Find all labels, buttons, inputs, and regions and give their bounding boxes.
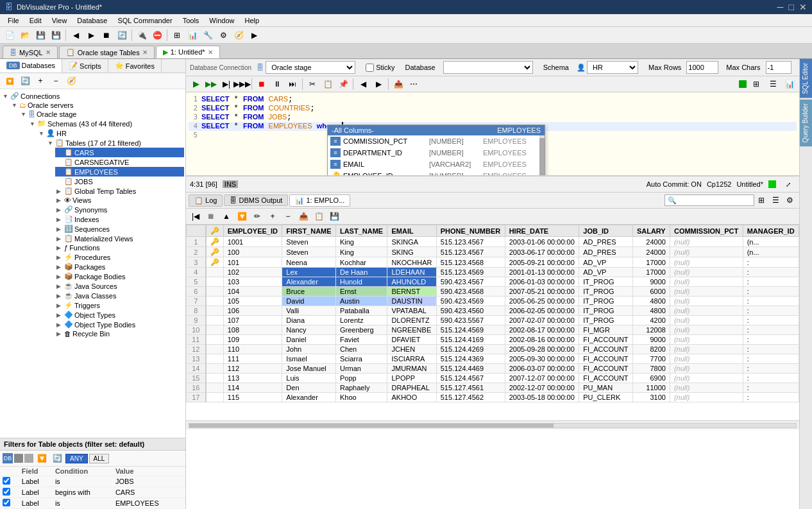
synonyms-row[interactable]: ▶ 🔗 Synonyms xyxy=(55,205,184,214)
tree-carsneg-row[interactable]: 📋 CARSNEGATIVE xyxy=(55,157,184,167)
disconnect-btn[interactable]: ⛔ xyxy=(150,29,164,42)
grid-view-list-btn[interactable]: ☰ xyxy=(768,194,782,207)
tree-expand-btn[interactable]: + xyxy=(33,74,47,87)
more-btn[interactable]: ⋯ xyxy=(407,78,421,91)
tree-collapse-btn[interactable]: − xyxy=(49,74,63,87)
result-filter-btn[interactable]: 🔽 xyxy=(235,210,249,223)
tree-nav-btn[interactable]: 🧭 xyxy=(64,74,78,87)
tree-jobs-row[interactable]: 📋 JOBS xyxy=(55,177,184,186)
log-tab[interactable]: 📋 Log xyxy=(189,194,223,207)
open-btn[interactable]: 📂 xyxy=(18,29,32,42)
procedures-row[interactable]: ▶ ⚡ Procedures xyxy=(55,252,184,262)
filter-cb-3[interactable] xyxy=(3,499,10,506)
grid-view-table-btn[interactable]: ⊞ xyxy=(754,194,768,207)
col-hire-date[interactable]: HIRE_DATE xyxy=(505,225,579,237)
matviews-row[interactable]: ▶ 📋 Materialized Views xyxy=(55,234,184,243)
chart-view-btn[interactable]: 📊 xyxy=(782,78,797,91)
menu-view[interactable]: View xyxy=(47,15,72,26)
filter-funnel-btn[interactable]: 🔽 xyxy=(35,452,49,465)
panel-tab-favorites[interactable]: ⭐ Favorites xyxy=(108,59,162,73)
export-btn[interactable]: 📤 xyxy=(391,78,405,91)
col-commission[interactable]: COMMISSION_PCT xyxy=(670,225,743,237)
grid-view-btn[interactable]: ⊞ xyxy=(749,78,763,91)
recycle-bin-row[interactable]: ▶ 🗑 Recycle Bin xyxy=(55,329,184,338)
menu-database[interactable]: Database xyxy=(72,15,112,26)
filter-icon-btn[interactable]: 🔧 xyxy=(201,29,215,42)
col-phone[interactable]: PHONE_NUMBER xyxy=(436,225,505,237)
oracle-stage-row[interactable]: ▼ 🗄 Oracle stage xyxy=(19,110,184,119)
col-pk[interactable]: 🔑 xyxy=(206,225,224,237)
panel-tab-scripts[interactable]: 📝 Scripts xyxy=(62,59,108,73)
menu-edit[interactable]: Edit xyxy=(24,15,47,26)
filter-gray-btn1[interactable] xyxy=(14,454,23,463)
filter-cb-2[interactable] xyxy=(3,488,10,496)
copy-btn[interactable]: 📋 xyxy=(321,78,335,91)
result-stop-btn[interactable]: ⏹ xyxy=(204,210,218,223)
col-last-name[interactable]: LAST_NAME xyxy=(335,225,387,237)
sequences-row[interactable]: ▶ 🔢 Sequences xyxy=(55,224,184,234)
package-bodies-row[interactable]: ▶ 📦 Package Bodies xyxy=(55,272,184,281)
result-copy-btn[interactable]: 📋 xyxy=(312,210,326,223)
grid-search-input[interactable] xyxy=(664,194,754,206)
maximize-result-btn[interactable]: ⤢ xyxy=(781,178,795,191)
minimize-btn[interactable]: ─ xyxy=(777,2,784,12)
run-btn[interactable]: ▶ xyxy=(189,78,203,91)
connection-dropdown[interactable]: Oracle stage xyxy=(266,61,355,74)
run-sel-btn[interactable]: ▶| xyxy=(219,78,233,91)
emp-tab[interactable]: 📊 1: EMPLO... xyxy=(289,194,350,207)
tree-filter-btn[interactable]: 🔽 xyxy=(3,74,17,87)
chart-btn[interactable]: 📊 xyxy=(185,29,199,42)
save-all-btn[interactable]: 💾 xyxy=(49,29,63,42)
schema-dropdown[interactable]: HR xyxy=(587,61,638,74)
refresh-btn[interactable]: 🔄 xyxy=(115,29,129,42)
data-grid[interactable]: 🔑 EMPLOYEE_ID FIRST_NAME LAST_NAME EMAIL… xyxy=(186,225,799,420)
functions-row[interactable]: ▶ ƒ Functions xyxy=(55,243,184,252)
connect-btn[interactable]: 🔌 xyxy=(135,29,149,42)
java-classes-row[interactable]: ▶ ☕ Java Classes xyxy=(55,291,184,300)
ac-item-empid[interactable]: 🔑 EMPLOYEE_ID [NUMBER] EMPLOYEES xyxy=(328,170,539,176)
indexes-row[interactable]: ▶ 📑 Indexes xyxy=(55,214,184,224)
new-btn[interactable]: 📄 xyxy=(3,29,17,42)
dbms-tab[interactable]: 🗄 DBMS Output xyxy=(224,194,288,206)
global-temp-row[interactable]: ▶ 📋 Global Temp Tables xyxy=(55,186,184,196)
result-first-btn[interactable]: |◀ xyxy=(189,210,203,223)
menu-file[interactable]: File xyxy=(3,15,24,26)
list-view-btn[interactable]: ☰ xyxy=(766,78,780,91)
menu-window[interactable]: Window xyxy=(204,15,239,26)
result-save-btn[interactable]: 💾 xyxy=(327,210,341,223)
cut-btn[interactable]: ✂ xyxy=(305,78,319,91)
filter-all-btn[interactable]: ALL xyxy=(89,454,110,463)
tree-refresh-btn[interactable]: 🔄 xyxy=(18,74,32,87)
horizontal-scrollbar[interactable] xyxy=(186,420,799,429)
stop-exec-btn[interactable]: ⏹ xyxy=(255,78,269,91)
result-export-btn[interactable]: 📤 xyxy=(296,210,310,223)
ac-item-deptid[interactable]: ≡ DEPARTMENT_ID [NUMBER] EMPLOYEES xyxy=(328,147,539,159)
close-btn[interactable]: ✕ xyxy=(799,2,807,12)
tab-oracle-tables[interactable]: 📋 Oracle stage Tables ✕ xyxy=(59,46,155,58)
col-first-name[interactable]: FIRST_NAME xyxy=(282,225,336,237)
tab-mysql[interactable]: 🗄 MySQL ✕ xyxy=(3,46,58,58)
menu-help[interactable]: Help xyxy=(239,15,264,26)
grid-settings-btn[interactable]: ⚙ xyxy=(782,194,797,207)
run-script-btn[interactable]: ▶▶▶ xyxy=(235,78,249,91)
filter-cb-1[interactable] xyxy=(3,477,10,485)
forward-btn[interactable]: ▶ xyxy=(84,29,98,42)
back-btn[interactable]: ◀ xyxy=(69,29,83,42)
tab-oracle-close[interactable]: ✕ xyxy=(142,49,148,56)
tab-mysql-close[interactable]: ✕ xyxy=(46,49,51,56)
tables-row[interactable]: ▼ 📋 Tables (17 of 21 filtered) xyxy=(46,138,184,148)
prev-btn[interactable]: ◀ xyxy=(356,78,370,91)
tree-cars-row[interactable]: 📋 CARS xyxy=(55,148,184,157)
ac-item-commission[interactable]: ≡ COMMISSION_PCT [NUMBER] EMPLOYEES xyxy=(328,135,539,147)
filter-db-icon[interactable]: DB xyxy=(3,453,13,463)
tab-untitled[interactable]: ▶ 1: Untitled* ✕ xyxy=(156,46,220,58)
col-salary[interactable]: SALARY xyxy=(632,225,670,237)
tab-untitled-close[interactable]: ✕ xyxy=(208,49,213,56)
step-btn[interactable]: ⏭ xyxy=(285,78,300,91)
filter-refresh-btn[interactable]: 🔄 xyxy=(50,452,64,465)
col-email[interactable]: EMAIL xyxy=(387,225,436,237)
col-manager-id[interactable]: MANAGER_ID xyxy=(743,225,799,237)
result-up-btn[interactable]: ▲ xyxy=(219,210,233,223)
ac-scrollbar[interactable] xyxy=(539,135,545,176)
panel-tab-databases[interactable]: DB Databases xyxy=(0,59,62,73)
